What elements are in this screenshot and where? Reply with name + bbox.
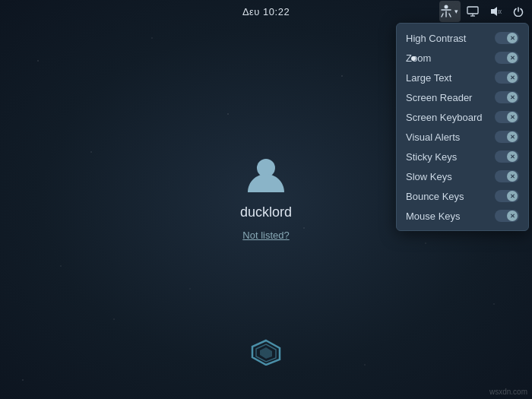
visual-alerts-toggle[interactable] [495, 131, 519, 143]
svg-marker-9 [260, 347, 272, 359]
mouse-keys-label: Mouse Keys [406, 211, 461, 222]
dropdown-item-large-text[interactable]: Large Text [397, 68, 528, 87]
app-logo [247, 339, 285, 369]
watermark: wsxdn.com [489, 388, 527, 396]
screen-keyboard-knob [507, 112, 518, 122]
high-contrast-knob [507, 33, 518, 43]
dropdown-item-slow-keys[interactable]: Slow Keys [397, 166, 528, 186]
sticky-keys-label: Sticky Keys [406, 151, 457, 163]
dropdown-item-mouse-keys[interactable]: Mouse Keys [397, 206, 528, 226]
bounce-keys-toggle[interactable] [495, 190, 519, 202]
svg-rect-1 [467, 7, 478, 14]
accessibility-dropdown: High Contrast Zoom Large Text Screen Rea… [396, 23, 529, 231]
svg-point-0 [444, 5, 448, 9]
visual-alerts-knob [507, 131, 518, 142]
topbar-right-controls: ▾ )))) [439, 0, 532, 23]
mouse-keys-knob [507, 211, 518, 221]
screen-keyboard-toggle[interactable] [495, 111, 519, 123]
high-contrast-label: High Contrast [406, 33, 466, 44]
power-button[interactable] [508, 1, 529, 22]
zoom-toggle[interactable] [495, 52, 519, 64]
large-text-toggle[interactable] [495, 71, 519, 84]
login-area: ducklord Not listed? [240, 150, 292, 241]
dropdown-arrow-icon: ▾ [453, 1, 461, 22]
screen-keyboard-label: Screen Keyboard [406, 112, 482, 123]
dropdown-item-zoom[interactable]: Zoom [397, 48, 528, 68]
slow-keys-label: Slow Keys [406, 171, 452, 182]
dropdown-item-sticky-keys[interactable]: Sticky Keys [397, 147, 528, 166]
volume-button[interactable]: )))) [485, 1, 506, 22]
slow-keys-toggle[interactable] [495, 170, 519, 182]
svg-text:)))): )))) [498, 9, 502, 14]
large-text-knob [507, 72, 518, 83]
dropdown-item-screen-keyboard[interactable]: Screen Keyboard [397, 107, 528, 127]
bounce-keys-knob [507, 191, 518, 201]
zoom-knob [507, 52, 518, 63]
zoom-label: Zoom [406, 52, 431, 64]
svg-marker-4 [491, 7, 497, 16]
dropdown-item-bounce-keys[interactable]: Bounce Keys [397, 186, 528, 206]
accessibility-icon [439, 1, 453, 22]
username-label: ducklord [240, 204, 292, 220]
not-listed-link[interactable]: Not listed? [242, 230, 289, 241]
slow-keys-knob [507, 171, 518, 182]
mouse-keys-toggle[interactable] [495, 210, 519, 222]
dropdown-item-visual-alerts[interactable]: Visual Alerts [397, 127, 528, 147]
large-text-label: Large Text [406, 72, 451, 84]
monitor-button[interactable] [462, 1, 483, 22]
sticky-keys-toggle[interactable] [495, 150, 519, 163]
accessibility-button[interactable]: ▾ [439, 1, 461, 22]
dropdown-item-screen-reader[interactable]: Screen Reader [397, 87, 528, 107]
sticky-keys-knob [507, 151, 518, 162]
visual-alerts-label: Visual Alerts [406, 131, 460, 143]
user-avatar [242, 150, 290, 198]
high-contrast-toggle[interactable] [495, 32, 519, 44]
bounce-keys-label: Bounce Keys [406, 191, 464, 202]
screen-reader-label: Screen Reader [406, 92, 472, 103]
topbar-time: Δευ 10:22 [242, 6, 290, 17]
topbar: Δευ 10:22 ▾ )))) [0, 0, 532, 23]
screen-reader-toggle[interactable] [495, 91, 519, 103]
dropdown-item-high-contrast[interactable]: High Contrast [397, 28, 528, 48]
screen-reader-knob [507, 92, 518, 103]
